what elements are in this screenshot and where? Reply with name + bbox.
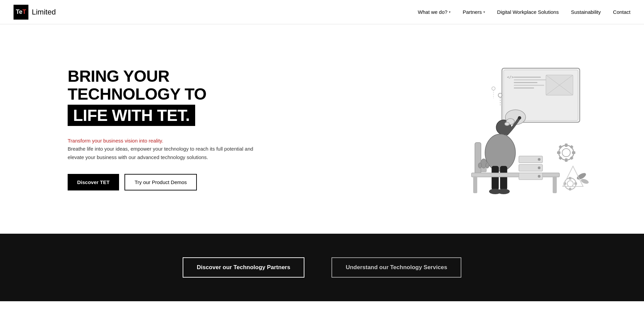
logo-box: TeT — [14, 5, 28, 20]
svg-point-14 — [505, 122, 509, 126]
discover-partners-button[interactable]: Discover our Technology Partners — [183, 257, 304, 278]
svg-rect-5 — [514, 82, 537, 83]
svg-rect-43 — [569, 177, 571, 180]
hero-section: BRING YOUR TECHNOLOGY TO LIFE WITH TET. … — [0, 24, 644, 234]
logo-te: Te — [16, 8, 23, 16]
svg-point-50 — [486, 163, 489, 168]
hero-title-line2: LIFE WITH TET. — [68, 105, 195, 126]
svg-point-42 — [567, 181, 573, 187]
nav-item-what-we-do[interactable]: What we do? ▾ — [418, 9, 451, 15]
svg-rect-23 — [553, 176, 557, 193]
svg-rect-35 — [557, 151, 560, 154]
chevron-down-icon: ▾ — [483, 10, 485, 14]
hero-desc-accent: Transform your business vision into real… — [68, 138, 163, 144]
svg-rect-24 — [473, 176, 477, 193]
svg-point-30 — [538, 175, 540, 178]
nav-item-partners[interactable]: Partners ▾ — [463, 9, 485, 15]
svg-rect-39 — [558, 156, 562, 160]
svg-rect-38 — [570, 145, 573, 149]
logo-area[interactable]: TeT Limited — [14, 5, 56, 20]
discover-tet-button[interactable]: Discover TET — [68, 174, 119, 190]
hero-buttons: Discover TET Try our Product Demos — [68, 174, 257, 190]
hero-desc-line3: elevate your business with our advanced … — [68, 154, 208, 160]
hero-content: BRING YOUR TECHNOLOGY TO LIFE WITH TET. … — [68, 68, 257, 190]
hero-description: Transform your business vision into real… — [68, 137, 257, 162]
svg-rect-34 — [565, 158, 568, 162]
svg-rect-44 — [569, 188, 571, 190]
svg-rect-21 — [475, 143, 481, 176]
chevron-down-icon: ▾ — [449, 10, 451, 14]
svg-point-16 — [485, 134, 515, 171]
nav-item-digital-workplace[interactable]: Digital Workplace Solutions — [497, 9, 559, 15]
svg-rect-36 — [572, 151, 575, 154]
svg-rect-17 — [492, 166, 499, 190]
logo-red-t: T — [22, 8, 26, 16]
hero-illustration: </> — [441, 61, 590, 197]
svg-rect-33 — [565, 144, 568, 147]
hero-title-line1: BRING YOUR TECHNOLOGY TO — [68, 68, 257, 103]
svg-rect-7 — [514, 87, 534, 88]
product-demos-button[interactable]: Try our Product Demos — [124, 174, 197, 190]
svg-point-32 — [562, 149, 570, 157]
svg-point-53 — [492, 87, 495, 90]
company-name: Limited — [32, 8, 56, 17]
nav-item-sustainability[interactable]: Sustainability — [571, 9, 601, 15]
svg-point-20 — [498, 189, 510, 194]
svg-point-49 — [478, 163, 482, 168]
svg-rect-4 — [514, 79, 551, 80]
hero-desc-line2: Breathe life into your ideas, empower yo… — [68, 146, 253, 152]
svg-text:</>: </> — [507, 75, 514, 79]
svg-point-28 — [538, 166, 540, 169]
svg-rect-22 — [472, 173, 559, 177]
svg-rect-46 — [574, 182, 577, 185]
nav-item-contact[interactable]: Contact — [613, 9, 630, 15]
main-nav: What we do? ▾ Partners ▾ Digital Workpla… — [418, 9, 630, 15]
svg-rect-18 — [500, 166, 507, 190]
svg-rect-37 — [558, 145, 562, 149]
svg-rect-3 — [514, 77, 541, 78]
svg-point-26 — [538, 158, 540, 161]
footer-band: Discover our Technology Partners Underst… — [0, 234, 644, 301]
svg-rect-6 — [514, 85, 544, 86]
understand-services-button[interactable]: Understand our Technology Services — [331, 257, 461, 278]
svg-point-15 — [518, 116, 521, 120]
